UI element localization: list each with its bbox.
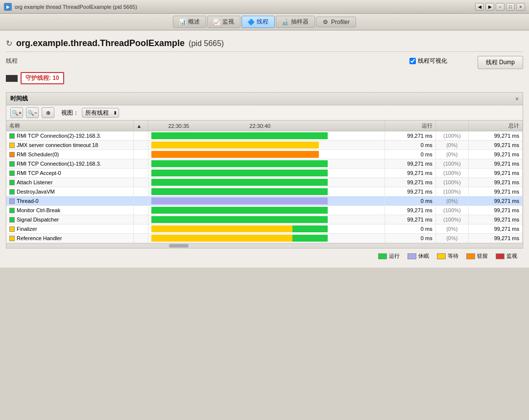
thread-color-box: [9, 189, 15, 195]
col-header-name: 名称: [6, 121, 133, 131]
tab-profiler[interactable]: ⚙ Profiler: [316, 17, 356, 27]
bar-cell: [148, 150, 385, 159]
overview-icon: 📊: [179, 19, 186, 25]
main-content: ↻ org.example.thread.ThreadPoolExample (…: [0, 30, 529, 268]
run-ms: 99,271 ms: [385, 206, 436, 215]
thread-name: Reference Handler: [17, 235, 62, 241]
run-pct: (100%): [435, 131, 468, 141]
table-row[interactable]: RMI Scheduler(0)0 ms(0%)99,271 ms: [6, 150, 523, 159]
view-select[interactable]: 所有线程 活动线程: [82, 108, 119, 118]
window-maximize-btn[interactable]: □: [506, 3, 515, 11]
legend-item: 运行: [378, 252, 400, 260]
thread-name-cell: RMI TCP Accept-0: [6, 169, 133, 178]
run-pct: (0%): [435, 234, 468, 243]
window-forward-btn[interactable]: ▶: [485, 3, 494, 11]
bar-cell: [148, 187, 385, 197]
refresh-icon[interactable]: ↻: [6, 39, 12, 48]
timeline-scrollbar[interactable]: [6, 243, 523, 248]
legend-color-box: [437, 253, 446, 259]
bar-cell: [148, 197, 385, 206]
sort-cell: [133, 169, 148, 178]
timeline-header: 时间线 ×: [6, 92, 523, 105]
view-label: 视图：: [61, 109, 79, 117]
legend-label: 休眠: [418, 252, 429, 260]
tab-overview[interactable]: 📊 概述: [173, 16, 206, 28]
thread-icon: 🔷: [248, 19, 255, 25]
sort-cell: [133, 159, 148, 169]
total-ms: 99,271 ms: [468, 159, 522, 169]
thread-color-box: [9, 133, 15, 139]
bar-segment: [151, 225, 292, 232]
run-ms: 0 ms: [385, 150, 436, 159]
table-row[interactable]: RMI TCP Accept-099,271 ms(100%)99,271 ms: [6, 169, 523, 178]
monitor-icon: 📈: [214, 19, 220, 25]
run-pct: (100%): [435, 159, 468, 169]
ts2: 22:30:40: [249, 123, 270, 129]
tab-monitor[interactable]: 📈 监视: [207, 16, 240, 28]
thread-label: 线程: [6, 57, 18, 65]
table-row[interactable]: Attach Listener99,271 ms(100%)99,271 ms: [6, 178, 523, 187]
bar-segment: [151, 160, 328, 167]
col-header-timeline: 22:30:35 22:30:40: [148, 121, 385, 131]
zoom-in-btn[interactable]: 🔍+: [10, 107, 23, 118]
col-header-total: 总计: [468, 121, 522, 131]
table-row[interactable]: RMI TCP Connection(2)-192.168.3.99,271 m…: [6, 131, 523, 141]
thread-visualize-row: 线程可视化: [409, 57, 447, 65]
table-row[interactable]: Thread-00 ms(0%)99,271 ms: [6, 197, 523, 206]
bar-segment: [151, 198, 328, 204]
thread-name: Signal Dispatcher: [17, 217, 59, 222]
thread-name: RMI Scheduler(0): [17, 151, 59, 157]
thread-name-cell: Attach Listener: [6, 178, 133, 187]
total-ms: 99,271 ms: [468, 197, 522, 206]
bar-cell: [148, 215, 385, 224]
thread-section-row: 线程 线程可视化 守护线程: 10 线程 Dump: [6, 52, 523, 88]
bar-cell: [148, 206, 385, 215]
col-header-sort[interactable]: ▲: [133, 121, 148, 131]
bar-cell: [148, 224, 385, 234]
run-ms: 99,271 ms: [385, 215, 436, 224]
app-pid: (pid 5665): [189, 39, 224, 48]
total-ms: 99,271 ms: [468, 178, 522, 187]
table-row[interactable]: Signal Dispatcher99,271 ms(100%)99,271 m…: [6, 215, 523, 224]
bar-segment: [151, 132, 328, 139]
table-row[interactable]: JMX server connection timeout 180 ms(0%)…: [6, 141, 523, 150]
scrollbar-thumb[interactable]: [169, 244, 189, 247]
daemon-icon: [6, 75, 18, 82]
thread-visualize-checkbox[interactable]: [409, 58, 416, 64]
legend-color-box: [378, 253, 387, 259]
table-row[interactable]: DestroyJavaVM99,271 ms(100%)99,271 ms: [6, 187, 523, 197]
window-minimize-btn[interactable]: −: [496, 3, 505, 11]
run-pct: (0%): [435, 197, 468, 206]
ts1: 22:30:35: [168, 123, 189, 129]
run-ms: 0 ms: [385, 197, 436, 206]
thread-name-cell: DestroyJavaVM: [6, 187, 133, 197]
total-ms: 99,271 ms: [468, 150, 522, 159]
zoom-out-btn[interactable]: 🔍−: [26, 107, 39, 118]
bar-segment: [151, 235, 292, 242]
legend-item: 休眠: [408, 252, 429, 260]
tab-sampler[interactable]: 🔬 抽样器: [276, 16, 315, 28]
thread-name-cell: JMX server connection timeout 18: [6, 141, 133, 150]
run-pct: (100%): [435, 206, 468, 215]
run-pct: (100%): [435, 169, 468, 178]
thread-name: Thread-0: [17, 198, 39, 204]
tab-thread[interactable]: 🔷 线程: [241, 16, 275, 28]
window-close-btn[interactable]: ×: [516, 3, 525, 11]
legend-item: 驻留: [466, 252, 488, 260]
table-row[interactable]: Finalizer0 ms(0%)99,271 ms: [6, 224, 523, 234]
table-row[interactable]: Monitor Ctrl-Break99,271 ms(100%)99,271 …: [6, 206, 523, 215]
zoom-fit-btn[interactable]: ⊕: [42, 107, 54, 118]
table-row[interactable]: Reference Handler0 ms(0%)99,271 ms: [6, 234, 523, 243]
timeline-close-btn[interactable]: ×: [515, 96, 519, 102]
total-ms: 99,271 ms: [468, 234, 522, 243]
legend-color-box: [496, 253, 505, 259]
window-back-btn[interactable]: ◀: [475, 3, 484, 11]
thread-dump-button[interactable]: 线程 Dump: [478, 56, 523, 69]
profiler-icon: ⚙: [322, 19, 329, 25]
bar-segment: [292, 235, 328, 242]
sort-cell: [133, 206, 148, 215]
app-name: org.example.thread.ThreadPoolExample: [16, 38, 185, 49]
bar-segment: [292, 225, 328, 232]
table-row[interactable]: RMI TCP Connection(1)-192.168.3.99,271 m…: [6, 159, 523, 169]
thread-color-box: [9, 217, 15, 222]
